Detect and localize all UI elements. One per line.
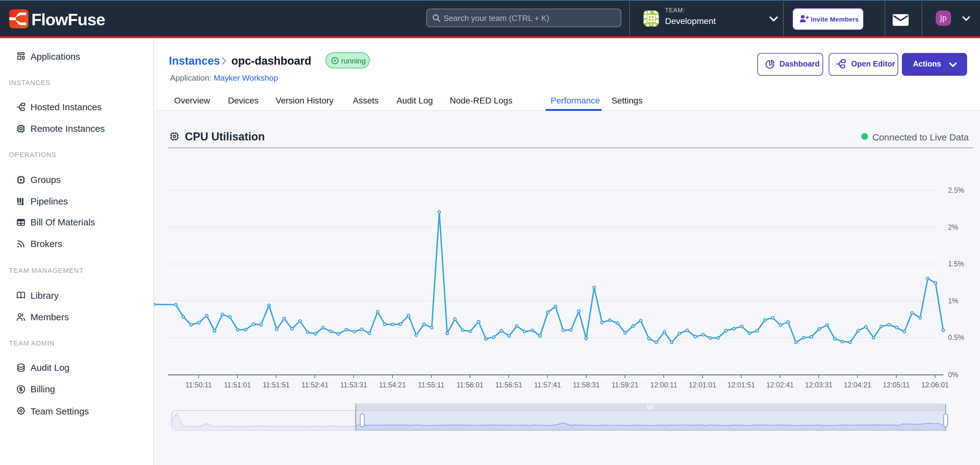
svg-text:11:54:21: 11:54:21 — [379, 381, 406, 389]
svg-text:0%: 0% — [948, 371, 958, 379]
svg-text:12:06:01: 12:06:01 — [921, 381, 949, 389]
svg-text:11:51:01: 11:51:01 — [224, 381, 251, 389]
svg-text:2%: 2% — [948, 223, 958, 231]
svg-text:11:51:51: 11:51:51 — [262, 381, 290, 389]
svg-text:0.5%: 0.5% — [948, 334, 964, 342]
svg-text:11:56:51: 11:56:51 — [495, 381, 522, 389]
svg-text:11:53:31: 11:53:31 — [340, 381, 367, 389]
svg-text:11:58:31: 11:58:31 — [573, 381, 600, 389]
svg-text:12:05:11: 12:05:11 — [883, 381, 910, 389]
svg-text:12:04:21: 12:04:21 — [844, 381, 872, 389]
svg-text:12:01:01: 12:01:01 — [689, 381, 716, 389]
svg-text:11:57:41: 11:57:41 — [534, 381, 561, 389]
svg-text:11:50:11: 11:50:11 — [186, 381, 212, 389]
svg-text:2.5%: 2.5% — [948, 186, 964, 194]
svg-text:12:00:11: 12:00:11 — [650, 381, 677, 389]
svg-text:12:02:41: 12:02:41 — [766, 381, 794, 389]
svg-text:11:52:41: 11:52:41 — [301, 381, 329, 389]
svg-text:12:01:51: 12:01:51 — [727, 381, 755, 389]
svg-text:11:56:01: 11:56:01 — [457, 381, 484, 389]
svg-text:11:55:11: 11:55:11 — [418, 381, 444, 389]
svg-text:1.5%: 1.5% — [948, 260, 964, 268]
svg-text:1%: 1% — [948, 297, 958, 305]
svg-text:11:59:21: 11:59:21 — [611, 381, 639, 389]
svg-text:12:03:31: 12:03:31 — [805, 381, 833, 389]
